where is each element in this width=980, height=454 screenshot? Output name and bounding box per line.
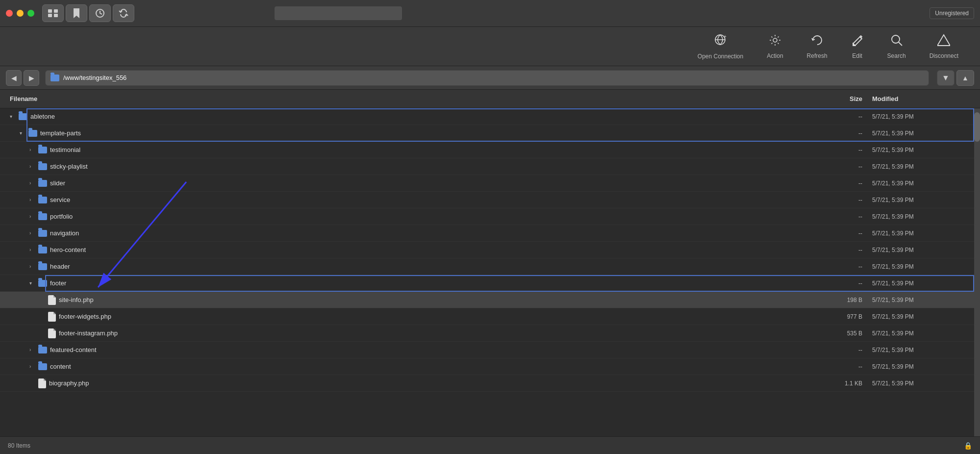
file-modified: 5/7/21, 5:39 PM — [872, 230, 970, 237]
file-size: -- — [799, 147, 872, 153]
file-row[interactable]: › slider -- 5/7/21, 5:39 PM — [0, 175, 980, 192]
file-size: -- — [799, 263, 872, 270]
disconnect-button[interactable]: Disconnect — [918, 30, 970, 63]
bookmark-button[interactable] — [66, 4, 87, 22]
file-modified: 5/7/21, 5:39 PM — [872, 180, 970, 187]
maximize-button[interactable] — [27, 10, 34, 17]
file-row[interactable]: biography.php 1.1 KB 5/7/21, 5:39 PM — [0, 375, 980, 392]
file-row[interactable]: ▾ footer -- 5/7/21, 5:39 PM — [0, 275, 980, 292]
file-name-cell: › slider — [10, 179, 799, 187]
file-modified: 5/7/21, 5:39 PM — [872, 297, 970, 303]
chevron-right-icon: › — [29, 214, 35, 219]
file-row[interactable]: › portfolio -- 5/7/21, 5:39 PM — [0, 208, 980, 225]
file-name-cell: › navigation — [10, 229, 799, 237]
file-row[interactable]: › header -- 5/7/21, 5:39 PM — [0, 258, 980, 275]
file-size: 1.1 KB — [799, 380, 872, 387]
search-button[interactable]: Search — [876, 30, 918, 63]
svg-rect-0 — [48, 9, 52, 13]
traffic-lights — [6, 10, 34, 17]
folder-icon — [38, 280, 47, 287]
file-modified: 5/7/21, 5:39 PM — [872, 347, 970, 353]
forward-button[interactable]: ▶ — [24, 70, 39, 86]
folder-icon — [38, 263, 47, 270]
file-row[interactable]: › service -- 5/7/21, 5:39 PM — [0, 192, 980, 208]
file-name-cell: › content — [10, 363, 799, 370]
folder-icon-path — [50, 75, 59, 81]
action-toolbar: + Open Connection Action Refresh — [0, 27, 980, 66]
file-size: -- — [799, 230, 872, 237]
path-breadcrumb[interactable]: /www/testingsitex_556 — [45, 70, 929, 86]
file-size: 535 B — [799, 330, 872, 337]
file-row[interactable]: › sticky-playlist -- 5/7/21, 5:39 PM — [0, 158, 980, 175]
open-connection-label: Open Connection — [698, 53, 743, 60]
file-name: abletone — [30, 113, 55, 120]
scrollbar[interactable] — [974, 108, 980, 436]
file-name-cell: ▾ template-parts — [10, 129, 799, 137]
file-modified: 5/7/21, 5:39 PM — [872, 313, 970, 320]
file-size: -- — [799, 280, 872, 287]
chevron-right-icon: › — [29, 164, 35, 169]
folder-icon — [38, 180, 47, 187]
folder-icon — [38, 347, 47, 353]
up-button[interactable]: ▲ — [956, 70, 974, 86]
chevron-down-icon: ▾ — [20, 130, 25, 136]
file-name-cell: › featured-content — [10, 346, 799, 353]
file-name: testimonial — [50, 146, 80, 153]
folder-icon — [38, 247, 47, 253]
file-size: -- — [799, 363, 872, 370]
sync-button[interactable] — [113, 4, 134, 22]
file-size: -- — [799, 113, 872, 120]
chevron-right-icon: › — [29, 264, 35, 269]
action-button[interactable]: Action — [755, 30, 795, 63]
refresh-button[interactable]: Refresh — [795, 30, 839, 63]
disconnect-icon — [937, 34, 950, 50]
file-name-cell: site-info.php — [10, 295, 799, 305]
close-button[interactable] — [6, 10, 13, 17]
file-row[interactable]: › testimonial -- 5/7/21, 5:39 PM — [0, 142, 980, 158]
file-row[interactable]: ▾ abletone -- 5/7/21, 5:39 PM — [0, 108, 980, 125]
file-row[interactable]: › featured-content -- 5/7/21, 5:39 PM — [0, 342, 980, 358]
grid-view-button[interactable] — [42, 4, 64, 22]
edit-label: Edit — [852, 52, 862, 59]
file-modified: 5/7/21, 5:39 PM — [872, 363, 970, 370]
file-row[interactable]: › content -- 5/7/21, 5:39 PM — [0, 358, 980, 375]
file-name: footer-widgets.php — [59, 313, 111, 320]
edit-button[interactable]: Edit — [839, 30, 876, 63]
toolbar-icons — [42, 4, 134, 22]
file-icon — [48, 312, 56, 322]
file-row[interactable]: footer-widgets.php 977 B 5/7/21, 5:39 PM — [0, 308, 980, 325]
chevron-right-icon: › — [29, 230, 35, 236]
svg-rect-1 — [54, 9, 58, 13]
file-name: biography.php — [49, 379, 89, 387]
open-connection-button[interactable]: + Open Connection — [686, 29, 755, 64]
file-row[interactable]: › hero-content -- 5/7/21, 5:39 PM — [0, 242, 980, 258]
file-row[interactable]: site-info.php 198 B 5/7/21, 5:39 PM — [0, 292, 980, 308]
file-row[interactable]: ▾ template-parts -- 5/7/21, 5:39 PM — [0, 125, 980, 142]
file-name: portfolio — [50, 213, 73, 220]
file-modified: 5/7/21, 5:39 PM — [872, 113, 970, 120]
file-name: hero-content — [50, 246, 86, 253]
minimize-button[interactable] — [17, 10, 24, 17]
history-button[interactable] — [89, 4, 111, 22]
file-name-cell: ▾ footer — [10, 279, 799, 287]
file-row[interactable]: › navigation -- 5/7/21, 5:39 PM — [0, 225, 980, 242]
back-button[interactable]: ◀ — [6, 70, 22, 86]
svg-marker-10 — [937, 35, 950, 46]
column-header: Filename Size Modified — [0, 90, 980, 108]
file-modified: 5/7/21, 5:39 PM — [872, 247, 970, 253]
file-name-cell: › hero-content — [10, 246, 799, 253]
file-list-scroll[interactable]: ▾ abletone -- 5/7/21, 5:39 PM ▾ template… — [0, 108, 980, 436]
file-modified: 5/7/21, 5:39 PM — [872, 330, 970, 337]
path-dropdown-button[interactable]: ▼ — [937, 70, 955, 86]
unregistered-badge: Unregistered — [930, 7, 974, 19]
file-size: -- — [799, 213, 872, 220]
scrollbar-thumb[interactable] — [974, 112, 980, 142]
chevron-right-icon: › — [29, 147, 35, 152]
file-size: -- — [799, 130, 872, 137]
file-name-cell: › service — [10, 196, 799, 203]
file-modified: 5/7/21, 5:39 PM — [872, 130, 970, 137]
file-row[interactable]: footer-instagram.php 535 B 5/7/21, 5:39 … — [0, 325, 980, 342]
folder-icon — [38, 363, 47, 370]
file-name-cell: biography.php — [10, 378, 799, 388]
chevron-right-icon: › — [29, 180, 35, 186]
